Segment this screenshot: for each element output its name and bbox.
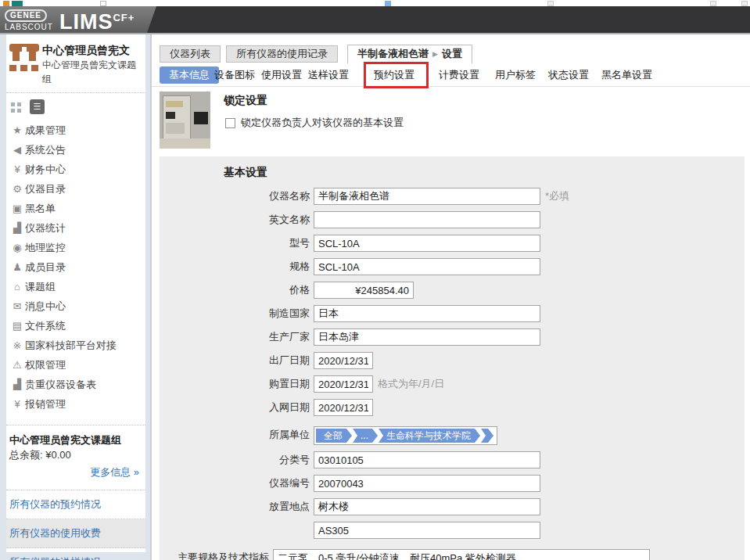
field-label: 仪器编号 [160,475,314,492]
bookmark-favicon[interactable] [710,1,716,6]
sidebar-menu: ★成果管理◀系统公告¥财务中心⚙仪器目录▣黑名单▟仪器统计◉地理监控♟成员目录⌂… [6,119,145,414]
list-view-icon[interactable]: ☰ [30,99,45,114]
field-仪器名称[interactable] [314,188,540,205]
tab-仪器列表[interactable]: 仪器列表 [160,45,221,63]
sidebar-item-课题组[interactable]: ⌂课题组 [9,277,145,296]
balance-text: 总余额: ¥0.00 [9,447,139,463]
subtab-黑名单设置[interactable]: 黑名单设置 [601,66,652,84]
sidebar-item-label: 仪器目录 [25,183,66,195]
sidebar-item-label: 贵重仪器设备表 [25,379,96,390]
lock-checkbox[interactable] [225,118,235,128]
tab-label: 仪器列表 [170,48,210,59]
sidebar-item-地理监控[interactable]: ◉地理监控 [9,238,145,257]
tab-label: 所有仪器的使用记录 [236,48,328,59]
bookmark-favicon[interactable] [12,1,23,6]
sidebar-item-label: 课题组 [25,281,56,293]
field-制造国家[interactable] [314,305,540,322]
blacklist-icon: ▣ [9,199,25,218]
bookmark-favicon[interactable] [3,1,9,6]
subtab-基本信息[interactable]: 基本信息 [160,66,219,84]
sidebar-item-权限管理[interactable]: ⚠权限管理 [9,355,145,375]
field-放置地点[interactable] [314,498,540,515]
subtab-使用设置[interactable]: 使用设置 [261,66,302,84]
group-title: 中心管理员曾宪文课题组 [9,433,139,447]
app-header: GENEE LABSCOUT LIMSCF+ [0,6,750,34]
form-row: 主要规格及技术指标 [160,549,745,560]
field-主要规格及技术指标[interactable] [273,549,650,560]
sidebar-item-label: 权限管理 [25,359,66,371]
message-icon: ✉ [9,296,25,316]
sidebar-item-仪器目录[interactable]: ⚙仪器目录 [9,179,145,199]
sidebar-item-仪器统计[interactable]: ▟仪器统计 [9,218,145,238]
field-label: 出厂日期 [160,352,314,369]
sidebar-item-系统公告[interactable]: ◀系统公告 [9,140,145,160]
field-label: 所属单位 [160,426,314,443]
form-row: 规格 [160,258,745,275]
field-分类号[interactable] [314,451,540,468]
finance-icon: ¥ [9,160,25,179]
sidebar-item-贵重仪器设备表[interactable]: ▟贵重仪器设备表 [9,375,145,394]
field-label: 分类号 [160,451,314,468]
breadcrumb-segment[interactable]: ... [353,429,378,443]
bookmark-favicon[interactable] [547,1,554,6]
field-英文名称[interactable] [314,211,540,228]
quick-link[interactable]: 所有仪器的预约情况 [6,490,145,519]
sidebar-item-label: 财务中心 [25,163,66,175]
sidebar-item-成果管理[interactable]: ★成果管理 [9,120,145,140]
chevron-right-icon: ▶ [432,50,438,58]
quick-link[interactable]: 所有仪器的送样情况 [6,548,145,560]
bar-chart-icon: ▟ [9,218,25,238]
tab-半制备液相色谱[interactable]: 半制备液相色谱▶设置 [347,45,472,63]
breadcrumb-segment[interactable]: 生命科学与技术学院 [379,429,480,443]
breadcrumb-tail-icon [481,429,493,443]
field-label: 仪器名称 [160,188,314,205]
instrument-photo [160,92,210,149]
sidebar-item-黑名单[interactable]: ▣黑名单 [9,199,145,218]
sidebar-item-成员目录[interactable]: ♟成员目录 [9,257,145,277]
sidebar-item-报销管理[interactable]: ¥报销管理 [9,394,145,414]
form-row: 放置地点 [160,498,745,515]
subtab-用户标签[interactable]: 用户标签 [495,66,536,84]
field-型号[interactable] [314,235,540,252]
sidebar-item-label: 仪器统计 [25,222,66,234]
bookmark-favicon[interactable] [741,1,748,6]
field-仪器编号[interactable] [314,475,540,492]
subtab-设备图标[interactable]: 设备图标 [214,66,255,84]
subtab-送样设置[interactable]: 送样设置 [308,66,349,84]
sidebar-item-文件系统[interactable]: ▤文件系统 [9,316,145,336]
field-价格[interactable] [314,282,414,299]
subtab-状态设置[interactable]: 状态设置 [548,66,589,84]
field-生产厂家[interactable] [314,328,540,346]
quick-link[interactable]: 所有仪器的使用收费 [6,519,145,548]
sidebar-item-财务中心[interactable]: ¥财务中心 [9,160,145,179]
field-购置日期[interactable] [314,375,373,393]
subtab-计费设置[interactable]: 计费设置 [439,66,479,84]
form-row: 型号 [160,235,745,252]
field-规格[interactable] [314,258,540,275]
sidebar-item-label: 黑名单 [25,203,56,214]
gear-icon: ⚙ [9,179,25,199]
award-icon: ★ [9,120,25,140]
field-extra-location[interactable] [314,522,540,539]
logo-genee-badge: GENEE [5,9,47,22]
user-avatar-icon [9,44,41,72]
quick-links: 所有仪器的预约情况所有仪器的使用收费所有仪器的送样情况 [6,490,145,560]
bookmark-favicon[interactable] [100,1,106,6]
tab-所有仪器的使用记录[interactable]: 所有仪器的使用记录 [226,45,338,63]
sidebar-item-消息中心[interactable]: ✉消息中心 [9,296,145,316]
form-row: 价格 [160,282,745,299]
field-出厂日期[interactable] [314,352,373,369]
browser-bookmarks-strip [0,0,750,6]
sidebar-item-label: 报销管理 [25,398,66,410]
subtab-预约设置[interactable]: 预约设置 [374,66,414,84]
field-label: 生产厂家 [160,328,314,346]
field-label: 价格 [160,282,314,299]
tab-sublabel: 设置 [442,48,462,59]
sidebar-item-国家科技部平台对接[interactable]: ※国家科技部平台对接 [9,336,145,355]
lock-row: 锁定仪器负责人对该仪器的基本设置 [225,116,404,130]
grid-view-icon[interactable] [11,102,15,106]
more-info-link[interactable]: 更多信息 » [9,463,139,482]
breadcrumb-segment[interactable]: 全部 [316,429,352,443]
bookmark-favicon[interactable] [385,1,391,6]
field-入网日期[interactable] [314,399,373,416]
